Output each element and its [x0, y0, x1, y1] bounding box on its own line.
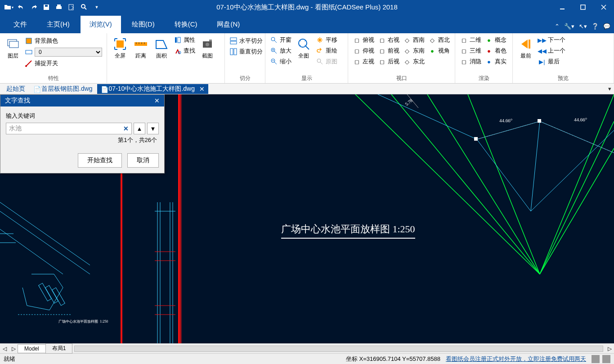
area-button[interactable]: 面积 [151, 35, 172, 62]
wrench-icon[interactable]: 🔧▾ [564, 23, 574, 30]
tab-convert[interactable]: 转换(C) [166, 16, 206, 33]
bgcolor-button[interactable]: 背景颜色 [23, 36, 104, 46]
orig-button[interactable]: 原图 [314, 57, 339, 67]
print-icon[interactable] [53, 2, 65, 13]
layout-tab-model[interactable]: Model [18, 344, 46, 353]
shade-button[interactable]: ●着色 [483, 46, 508, 56]
find-button[interactable]: 查找 [172, 46, 197, 56]
svg-rect-12 [9, 41, 18, 48]
back-button[interactable]: ◻后视 [376, 57, 401, 67]
svg-rect-46 [529, 40, 530, 49]
layout-tab-1[interactable]: 布局1 [45, 343, 73, 354]
svg-line-6 [85, 8, 86, 9]
horizontal-scrollbar[interactable] [74, 346, 603, 352]
find-prev-button[interactable]: ▲ [134, 123, 145, 134]
crop-button[interactable]: 截图 [197, 35, 218, 62]
find-qat-icon[interactable] [78, 2, 90, 13]
right-button[interactable]: ◻右视 [376, 35, 401, 45]
concept-button[interactable]: ●概念 [483, 35, 508, 45]
group-label-display: 显示 [268, 74, 345, 83]
group-label-split: 切分 [228, 74, 262, 83]
bottom-button[interactable]: ◻仰视 [351, 46, 376, 56]
tab-home[interactable]: 主页(H) [38, 16, 79, 33]
doctab-start[interactable]: 起始页 [3, 84, 29, 94]
find-result-info: 第1个，共26个 [6, 136, 159, 144]
doctab-1[interactable]: 📄首层板钢筋图.dwg [30, 84, 96, 94]
layout-scroll-left-icon[interactable]: ◁ [0, 346, 9, 352]
close-dialog-icon[interactable]: ✕ [154, 97, 160, 104]
group-label-viewport: 视口 [351, 74, 452, 83]
maximize-button[interactable] [573, 0, 593, 14]
minimize-button[interactable] [552, 0, 573, 14]
redo-icon[interactable] [28, 2, 40, 13]
svg-rect-8 [581, 5, 585, 9]
doctab-2[interactable]: 📄07-10中心水池施工大样图.dwg✕ [97, 84, 208, 94]
drawing-canvas[interactable]: 广场中心水池平面放样图 1:250 5.78 44.66° 44.66° 广场中… [0, 94, 614, 343]
svg-line-76 [531, 121, 540, 211]
status-icon-2[interactable] [602, 355, 610, 363]
front-button[interactable]: ◻前视 [376, 46, 401, 56]
open-icon[interactable]: ▾ [3, 2, 14, 13]
svg-point-5 [81, 4, 85, 8]
close-button[interactable] [593, 0, 614, 14]
tab-draw[interactable]: 绘图(D) [123, 16, 164, 33]
doctabs-expand-icon[interactable]: ▾ [608, 85, 611, 92]
vsplit-button[interactable]: 垂直切分 [228, 47, 264, 57]
sw-button[interactable]: ◇西南 [401, 35, 426, 45]
pan-button[interactable]: 平移 [314, 35, 339, 45]
viewangle-button[interactable]: ●视角 [426, 46, 452, 56]
dwg-icon: 📄 [101, 86, 107, 92]
close-tab-icon[interactable]: ✕ [199, 85, 205, 93]
tab-file[interactable]: 文件 [4, 16, 36, 33]
3d-button[interactable]: ◻三维 [458, 46, 483, 56]
hsplit-button[interactable]: 水平切分 [228, 36, 264, 46]
start-find-button[interactable]: 开始查找 [78, 153, 122, 168]
fullscreen-button[interactable]: 全屏 [110, 35, 130, 62]
left-button[interactable]: ◻左视 [351, 57, 376, 67]
group-label-preview: 预览 [515, 74, 611, 83]
svg-point-44 [317, 59, 321, 62]
export-icon[interactable] [66, 2, 77, 13]
top-button[interactable]: ◻俯视 [351, 35, 376, 45]
recent-button[interactable]: 最前 [515, 35, 536, 62]
distance-button[interactable]: 距离 [130, 35, 151, 62]
se-button[interactable]: ◇东南 [401, 46, 426, 56]
status-icon-1[interactable] [592, 355, 600, 363]
last-button[interactable]: ▶|最后 [536, 57, 567, 67]
cursor-icon[interactable]: ↖▾ [579, 23, 587, 30]
clear-input-icon[interactable]: ✕ [123, 125, 129, 132]
snap-button[interactable]: 捕捉开关 [23, 58, 104, 68]
zoomin-button[interactable]: 放大 [268, 46, 293, 56]
prev-button[interactable]: ◀◀上一个 [536, 46, 567, 56]
cancel-find-button[interactable]: 取消 [127, 153, 159, 168]
nw-button[interactable]: ◇西北 [426, 35, 452, 45]
info-icon[interactable]: 💬 [603, 23, 610, 30]
save-icon[interactable] [40, 2, 52, 13]
props-button[interactable]: 属性 [172, 35, 197, 45]
openwin-button[interactable]: 开窗 [268, 35, 293, 45]
help-icon[interactable]: ❔ [592, 23, 599, 30]
2d-button[interactable]: ◻二维 [458, 35, 483, 45]
collapse-ribbon-icon[interactable]: ⌃ [555, 23, 560, 30]
zoomout-button[interactable]: 缩小 [268, 57, 293, 67]
svg-rect-14 [26, 50, 32, 54]
qat-dropdown-icon[interactable]: ▼ [91, 2, 103, 13]
find-next-button[interactable]: ▼ [147, 123, 159, 134]
fullview-button[interactable]: 全图 [293, 35, 314, 62]
undo-icon[interactable] [15, 2, 27, 13]
ne-button[interactable]: ◇东北 [401, 57, 426, 67]
next-button[interactable]: ▶▶下一个 [536, 35, 567, 45]
layout-scroll-right-icon[interactable]: ▷ [9, 346, 18, 352]
real-button[interactable]: ●真实 [483, 57, 508, 67]
tab-browse[interactable]: 浏览(V) [81, 16, 121, 33]
hide-button[interactable]: ◻消隐 [458, 57, 483, 67]
status-promo-link[interactable]: 看图纸会员注册正式对外开放，立即注册免费试用两天 [446, 355, 586, 363]
layer-select[interactable]: 0 [35, 48, 102, 57]
hscroll-right-icon[interactable]: ▷ [605, 346, 614, 352]
window-controls [552, 0, 614, 14]
find-input[interactable]: 水池 ✕ [6, 123, 132, 134]
redraw-button[interactable]: 重绘 [314, 46, 339, 56]
find-dialog-title-bar[interactable]: 文字查找 ✕ [0, 95, 164, 107]
layer-button[interactable]: 图层 [3, 35, 23, 62]
tab-netdisk[interactable]: 网盘(N) [208, 16, 249, 33]
